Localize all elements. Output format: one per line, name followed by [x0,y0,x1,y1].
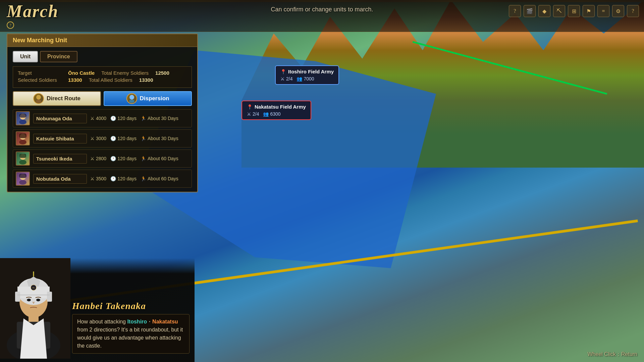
days2-icon: 🏃 [141,116,146,121]
soldiers-icon-t: ⚔ [90,156,95,161]
survey-icon[interactable]: ⛏ [553,5,565,17]
panel-header-text: New Marching Unit [13,37,67,44]
direct-route-label: Direct Route [47,95,80,102]
scroll-icon[interactable]: ⚑ [583,5,595,17]
days1-value-tsuneoki: 120 days [117,156,137,161]
days2-icon-n: 🏃 [141,176,146,181]
days1-icon: 🕐 [110,116,116,121]
settings-icon[interactable]: ⚙ [612,5,624,17]
soldiers-icon-2: 👥 [263,111,269,117]
unit-stats-katsuie: ⚔ 3000 🕐 120 days 🏃 About 30 Days [90,136,189,141]
marching-panel: New Marching Unit Unit Province Target Ō… [7,34,198,192]
speech-plain-2: from 2 directions? It's a bit roundabout… [77,327,183,349]
speech-itoshiro: Itoshiro [127,319,147,324]
days1-stat-nobutada: 🕐 120 days [110,176,137,181]
advisor-speech: How about attacking Itoshiro・Nakatatsu f… [72,314,190,354]
days1-stat-nobunaga: 🕐 120 days [110,116,137,121]
diamond-icon[interactable]: ◆ [538,5,550,17]
days1-icon-k: 🕐 [110,136,116,141]
title-area: March ? [7,3,58,29]
days2-stat-nobutada: 🏃 About 60 Days [141,176,178,181]
enemy-soldiers-value: 12500 [155,70,169,76]
soldiers-value-tsuneoki: 2800 [96,156,106,161]
days2-icon-t: 🏃 [141,156,146,161]
tab-province[interactable]: Province [40,51,77,62]
info-section: Target Ōno Castle Total Enemy Soldiers 1… [13,66,192,88]
itoshiro-soldiers-stat: 👥 7000 [297,76,314,81]
nakatatsu-name: Nakatatsu Field Army [255,104,306,110]
nakatatsu-ratio: 2/4 [253,111,259,117]
itoshiro-marker: 📍 [280,69,286,74]
dispersion-label: Dispersion [140,95,169,102]
tabs: Unit Province [13,51,192,62]
soldiers-stat-nobunaga: ⚔ 4000 [90,116,106,121]
itoshiro-army-label: 📍 Itoshiro Field Army ⚔ 2/4 👥 7000 [275,65,339,85]
unit-row-nobunaga[interactable]: Nobunaga Oda ⚔ 4000 🕐 120 days 🏃 About 3… [13,109,192,127]
camera-icon[interactable]: 🎬 [524,5,536,17]
tab-unit[interactable]: Unit [13,51,38,62]
days2-value-nobutada: About 60 Days [148,176,178,181]
panel-body: Unit Province Target Ōno Castle Total En… [7,47,197,192]
svg-point-28 [27,299,31,301]
days1-stat-tsuneoki: 🕐 120 days [110,156,137,161]
soldiers-value-katsuie: 3000 [96,136,106,141]
nakatatsu-soldiers: 6300 [270,111,280,117]
allied-soldiers-label: Total Allied Soldiers [89,77,132,83]
days2-value-katsuie: About 30 Days [148,136,178,141]
target-row: Target Ōno Castle Total Enemy Soldiers 1… [18,70,187,76]
svg-point-2 [129,95,134,100]
speech-plain-1: How about attacking [77,319,127,324]
days2-stat-tsuneoki: 🏃 About 60 Days [141,156,178,161]
soldiers-stat-nobutada: ⚔ 3500 [90,176,106,181]
soldiers-value-nobunaga: 4000 [96,116,106,121]
unit-stats-nobutada: ⚔ 3500 🕐 120 days 🏃 About 60 Days [90,176,189,181]
avatar-tsuneoki [16,152,30,166]
advisor-panel: 竹 Hanbei Takenaka How about attacking It… [0,258,195,362]
grid-icon[interactable]: ⊞ [568,5,580,17]
days2-icon-k: 🏃 [141,136,146,141]
question-icon[interactable]: ? [627,5,639,17]
center-hint: Can confirm or change units to march. [271,6,373,13]
nakatatsu-soldiers-stat: 👥 6300 [263,111,280,117]
days1-value-katsuie: 120 days [117,136,137,141]
itoshiro-ratio: 2/4 [286,76,292,81]
speech-dot: ・ [147,319,152,324]
svg-rect-9 [19,133,26,138]
enemy-soldiers-label: Total Enemy Soldiers [101,70,149,76]
unit-row-tsuneoki[interactable]: Tsuneoki Ikeda ⚔ 2800 🕐 120 days 🏃 About… [13,149,192,168]
svg-rect-30 [17,294,50,296]
days1-icon-n: 🕐 [110,176,116,181]
allied-soldiers-value: 13300 [139,77,153,83]
avatar-nobutada [16,172,30,186]
svg-point-14 [19,180,26,185]
days1-value-nobunaga: 120 days [117,116,137,121]
panel-header: New Marching Unit [7,34,197,47]
direct-route-button[interactable]: Direct Route [13,91,101,106]
unit-row-nobutada[interactable]: Nobutada Oda ⚔ 3500 🕐 120 days 🏃 About 6… [13,170,192,188]
help-icon[interactable]: ? [509,5,521,17]
days1-value-nobutada: 120 days [117,176,137,181]
days2-stat-nobunaga: 🏃 About 30 Days [141,116,178,121]
help-icon-title[interactable]: ? [7,21,14,29]
route-buttons: Direct Route Dispersion [13,91,192,106]
target-value: Ōno Castle [68,70,95,76]
soldiers-icon-n: ⚔ [90,176,95,181]
soldiers-stat-katsuie: ⚔ 3000 [90,136,106,141]
svg-rect-26 [15,292,20,302]
speech-nakatatsu: Nakatatsu [152,319,178,324]
dispersion-button[interactable]: Dispersion [104,91,192,106]
unit-name-katsuie: Katsuie Shibata [33,134,87,143]
advisor-portrait: 竹 [0,258,70,359]
itoshiro-stats: ⚔ 2/4 👥 7000 [280,76,334,81]
svg-rect-12 [19,154,26,158]
nakatatsu-title: 📍 Nakatatsu Field Army [247,104,306,110]
soldiers-icon: ⚔ [90,116,95,121]
unit-list: Nobunaga Oda ⚔ 4000 🕐 120 days 🏃 About 3… [13,109,192,188]
unit-row-katsuie[interactable]: Katsuie Shibata ⚔ 3000 🕐 120 days 🏃 Abou… [13,129,192,147]
unit-name-nobunaga: Nobunaga Oda [33,114,87,123]
list-icon[interactable]: ≡ [597,5,609,17]
itoshiro-title: 📍 Itoshiro Field Army [280,69,334,74]
soldiers-value-nobutada: 3500 [96,176,106,181]
nakatatsu-stats: ⚔ 2/4 👥 6300 [247,111,306,117]
soldiers-icon-1: 👥 [297,76,302,81]
